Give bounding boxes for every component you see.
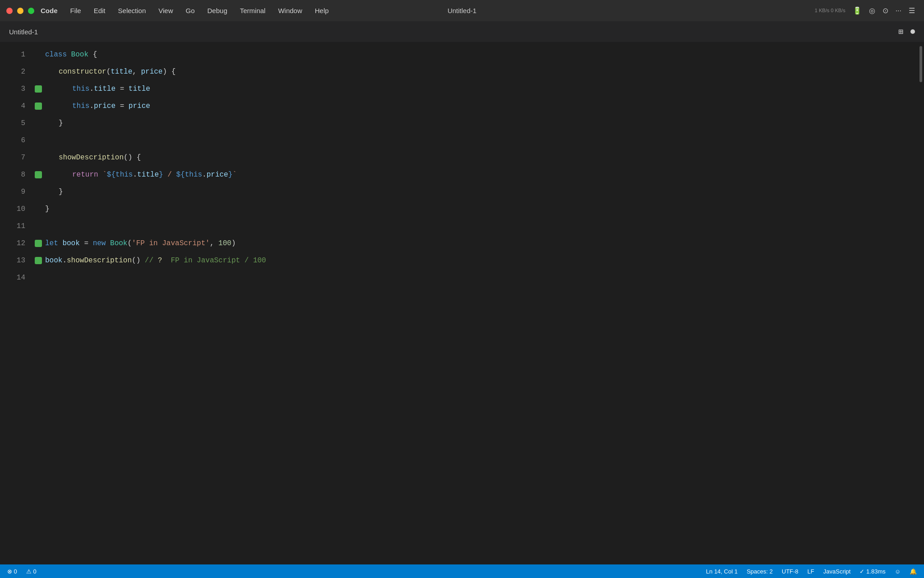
- this-kw-8a: this: [116, 171, 133, 179]
- var-title: title: [129, 85, 150, 93]
- tabbar: Untitled-1 ⊞: [0, 21, 924, 42]
- template-slash: /: [163, 171, 176, 179]
- status-encoding[interactable]: UTF-8: [782, 568, 799, 575]
- status-warnings[interactable]: ⚠ 0: [26, 568, 37, 575]
- code-line-12: let book = new Book('FP in JavaScript', …: [45, 235, 918, 252]
- prop-price: price: [94, 102, 116, 110]
- class-book-ref: Book: [110, 239, 127, 247]
- split-editor-icon[interactable]: ⊞: [898, 27, 903, 37]
- menu-terminal[interactable]: Terminal: [234, 0, 272, 21]
- status-language[interactable]: JavaScript: [823, 568, 851, 575]
- menu-file[interactable]: File: [64, 0, 88, 21]
- punct-dot-13: .: [62, 256, 67, 265]
- gutter-line-8: [32, 166, 45, 183]
- code-editor[interactable]: class Book { constructor(title, price) {…: [45, 42, 918, 564]
- gutter-line-5: [32, 115, 45, 132]
- status-line-ending[interactable]: LF: [808, 568, 814, 575]
- fn-showdesc-call: showDescription: [67, 256, 132, 265]
- status-bell[interactable]: 🔔: [910, 568, 917, 575]
- breakpoint-12[interactable]: [35, 240, 42, 247]
- template-backtick-close: `: [232, 171, 237, 179]
- menu-code[interactable]: Code: [34, 0, 64, 21]
- gutter-line-13: [32, 252, 45, 269]
- punct-close-brace-9: }: [59, 188, 63, 196]
- network-speed: 1 KB/s 0 KB/s: [815, 7, 845, 14]
- gutter-line-10: [32, 200, 45, 218]
- statusbar: ⊗ 0 ⚠ 0 Ln 14, Col 1 Spaces: 2 UTF-8 LF …: [0, 564, 924, 578]
- line-numbers: 1 2 3 4 5 6 7 8 9 10 11 12 13 14: [0, 42, 32, 564]
- punct-comma-12: ,: [210, 239, 218, 247]
- fn-showdesc: showDescription: [59, 154, 124, 162]
- maximize-button[interactable]: [28, 8, 34, 14]
- active-tab[interactable]: Untitled-1: [9, 28, 38, 36]
- fn-constructor: constructor: [59, 68, 106, 76]
- wifi-icon: ◎: [869, 6, 875, 15]
- punct-showdesc-parens: () {: [124, 154, 141, 162]
- kw-let: let: [45, 239, 62, 247]
- op-eq-3: =: [116, 85, 129, 93]
- code-line-9: }: [45, 183, 918, 200]
- gutter-line-4: [32, 98, 45, 115]
- template-close1: }: [159, 171, 163, 179]
- status-errors[interactable]: ⊗ 0: [7, 568, 17, 575]
- breakpoint-13[interactable]: [35, 257, 42, 264]
- template-backtick-open: `: [102, 171, 107, 179]
- punct-close-class: }: [45, 205, 50, 213]
- menu-edit[interactable]: Edit: [88, 0, 112, 21]
- code-line-5: }: [45, 115, 918, 132]
- code-line-3: this.title = title: [45, 80, 918, 98]
- menu-help[interactable]: Help: [309, 0, 335, 21]
- menu-window[interactable]: Window: [272, 0, 308, 21]
- tabbar-actions: ⊞: [898, 27, 915, 37]
- comment-line-13: //: [145, 256, 158, 265]
- status-position[interactable]: Ln 14, Col 1: [706, 568, 738, 575]
- gutter: [32, 42, 45, 564]
- menu-selection[interactable]: Selection: [112, 0, 152, 21]
- editor: 1 2 3 4 5 6 7 8 9 10 11 12 13 14 class B…: [0, 42, 924, 564]
- keyword-class: class: [45, 51, 71, 59]
- menu-debug[interactable]: Debug: [201, 0, 234, 21]
- status-time[interactable]: ✓ 1.83ms: [859, 568, 885, 575]
- str-fp: 'FP in JavaScript': [132, 239, 210, 247]
- punct-dot-3a: .: [89, 85, 94, 93]
- var-book: book: [62, 239, 84, 247]
- gutter-line-1: [32, 46, 45, 63]
- scrollbar[interactable]: [918, 42, 924, 564]
- breakpoint-4[interactable]: [35, 103, 42, 110]
- punct-close-brace-5: }: [59, 119, 63, 127]
- punct-book-paren-close: ): [231, 239, 236, 247]
- template-dollar2: ${: [176, 171, 185, 179]
- punct-call-parens: (): [132, 256, 145, 265]
- num-100: 100: [218, 239, 231, 247]
- gutter-line-6: [32, 132, 45, 149]
- prop-price-8: price: [207, 171, 228, 179]
- kw-return: return: [72, 171, 102, 179]
- code-line-10: }: [45, 200, 918, 218]
- more-icon: ···: [896, 7, 901, 15]
- code-line-1: class Book {: [45, 46, 918, 63]
- punct-comma: ,: [132, 68, 141, 76]
- battery-icon: 🔋: [853, 6, 862, 15]
- scrollbar-thumb[interactable]: [919, 46, 922, 82]
- kw-new: new: [93, 239, 110, 247]
- prop-title: title: [94, 85, 116, 93]
- op-eq-4: =: [116, 102, 129, 110]
- template-dollar1: ${: [107, 171, 116, 179]
- titlebar-icons: 🔋 ◎ ⊙ ··· ☰: [853, 6, 915, 15]
- menu-view[interactable]: View: [152, 0, 179, 21]
- op-eq-12: =: [84, 239, 92, 247]
- gutter-line-12: [32, 235, 45, 252]
- menu-go[interactable]: Go: [180, 0, 201, 21]
- status-spaces[interactable]: Spaces: 2: [747, 568, 773, 575]
- close-button[interactable]: [6, 8, 13, 14]
- breakpoint-8[interactable]: [35, 171, 42, 178]
- q-mark: ?: [158, 256, 171, 265]
- param-title: title: [111, 68, 132, 76]
- minimize-button[interactable]: [17, 8, 23, 14]
- comment-result: FP in JavaScript / 100: [171, 256, 266, 265]
- breakpoint-3[interactable]: [35, 85, 42, 93]
- status-emoji[interactable]: ☺: [895, 568, 901, 575]
- prop-title-8: title: [137, 171, 159, 179]
- code-line-7: showDescription() {: [45, 149, 918, 166]
- code-line-11: [45, 218, 918, 235]
